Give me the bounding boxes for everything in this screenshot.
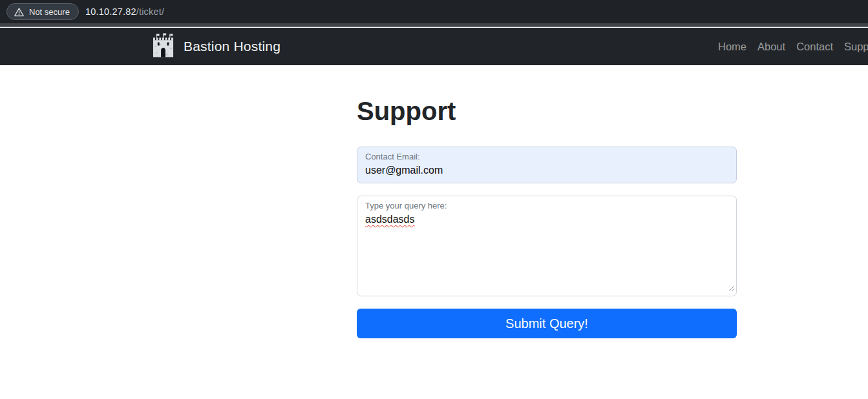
support-form: Support Contact Email: user@gmail.com Ty… [357,65,737,338]
nav-links: Home About Contact Support [718,28,868,65]
contact-email-label: Contact Email: [365,152,728,162]
textarea-resize-handle-icon[interactable] [728,283,735,294]
contact-email-field[interactable]: Contact Email: user@gmail.com [357,147,737,183]
nav-link-about[interactable]: About [757,41,785,53]
browser-toolbar-divider [0,23,868,27]
castle-icon [153,33,175,60]
url-path: /ticket/ [136,6,165,17]
brand-name: Bastion Hosting [184,39,281,54]
nav-link-home[interactable]: Home [718,41,746,53]
warning-triangle-icon [14,6,25,17]
url-host: 10.10.27.82 [85,6,136,17]
url-bar[interactable]: 10.10.27.82/ticket/ [85,6,164,17]
query-textarea[interactable]: Type your query here: asdsdasds [357,196,737,296]
page-title: Support [357,96,737,127]
submit-query-button[interactable]: Submit Query! [357,309,737,338]
security-badge-label: Not secure [29,7,70,17]
site-navbar: Bastion Hosting Home About Contact Suppo… [0,28,868,65]
security-badge[interactable]: Not secure [6,3,79,20]
nav-link-contact[interactable]: Contact [796,41,833,53]
browser-address-bar: Not secure 10.10.27.82/ticket/ [0,0,868,23]
query-value: asdsdasds [365,213,415,226]
query-label: Type your query here: [365,201,728,211]
navbar-brand[interactable]: Bastion Hosting [153,28,281,65]
nav-link-support[interactable]: Support [844,41,868,53]
contact-email-value: user@gmail.com [365,164,443,177]
